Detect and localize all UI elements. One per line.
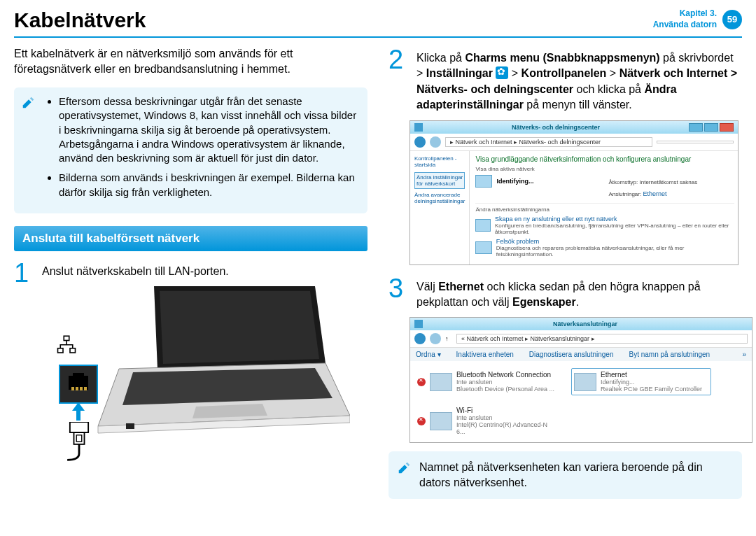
adapter-bluetooth[interactable]: Bluetooth Network ConnectionInte anslute… [417, 368, 557, 395]
back-button[interactable] [414, 136, 426, 148]
adapter-icon [574, 373, 596, 391]
svg-rect-14 [80, 387, 83, 390]
svg-marker-16 [72, 402, 85, 421]
note-icon [397, 460, 412, 475]
breadcrumb[interactable]: ▸ Nätverk och Internet ▸ Nätverks- och d… [445, 137, 652, 147]
svg-rect-2 [70, 348, 76, 353]
adapter-icon [430, 373, 452, 391]
sidebar-link-sharing[interactable]: Ändra avancerade delningsinställningar [414, 192, 465, 204]
note-box: Eftersom dessa beskrivningar utgår från … [14, 87, 368, 213]
back-button[interactable] [414, 333, 426, 344]
step-text: Klicka på Charms menu (Snabbknappsmenyn)… [416, 46, 742, 113]
chapter-sub: Använda datorn [653, 20, 717, 31]
step-number: 3 [388, 275, 410, 302]
laptop-image [91, 286, 350, 447]
search-input[interactable] [657, 141, 734, 143]
sidebar-link-adapters[interactable]: Ändra inställningar för nätverkskort [414, 172, 465, 189]
note-bullet: Bilderna som används i beskrivningen är … [59, 171, 358, 199]
toolbar-rename[interactable]: Byt namn på anslutningen [629, 351, 710, 358]
toolbar-diagnose[interactable]: Diagnostisera anslutningen [529, 351, 614, 358]
page-number-badge: 59 [722, 10, 742, 29]
forward-button[interactable] [430, 136, 441, 148]
gear-icon [496, 66, 508, 79]
svg-marker-4 [160, 291, 319, 364]
window-icon [414, 320, 423, 328]
note-box-small: Namnet på nätverksenheten kan variera be… [388, 451, 742, 498]
network-icon [475, 175, 492, 188]
adapter-ethernet[interactable]: EthernetIdentifying...Realtek PCIe GBE F… [571, 368, 711, 395]
page-header: Kabelnätverk Kapitel 3. Använda datorn 5… [14, 8, 742, 38]
step-text: Välj Ethernet och klicka sedan på den hö… [416, 275, 742, 311]
chapter-label: Kapitel 3. [653, 8, 717, 20]
svg-rect-15 [84, 387, 87, 390]
adapter-wifi[interactable]: Wi-FiInte anslutenIntel(R) Centrino(R) A… [417, 407, 557, 435]
status-x-icon [417, 378, 426, 386]
note-icon [21, 94, 36, 110]
setup-connection-icon [475, 219, 491, 232]
troubleshoot-icon [475, 241, 491, 254]
maximize-button[interactable] [704, 123, 718, 132]
window-icon [414, 123, 423, 132]
svg-rect-0 [64, 336, 69, 340]
window-title: Nätverksanslutningar [423, 320, 748, 327]
close-button[interactable] [720, 123, 734, 132]
breadcrumb[interactable]: « Nätverk och Internet ▸ Nätverksanslutn… [456, 334, 748, 344]
svg-rect-9 [126, 423, 134, 429]
screenshot-network-connections: Nätverksanslutningar ↑ « Nätverk och Int… [410, 317, 752, 443]
svg-rect-11 [73, 373, 84, 377]
chapter-box: Kapitel 3. Använda datorn 59 [653, 8, 742, 30]
page-title: Kabelnätverk [14, 8, 146, 32]
toolbar-disable[interactable]: Inaktivera enheten [456, 351, 514, 358]
laptop-illustration [14, 272, 368, 468]
svg-rect-13 [76, 387, 78, 390]
lan-icon [56, 335, 77, 356]
svg-rect-1 [58, 348, 64, 353]
toolbar-organize[interactable]: Ordna ▾ [416, 351, 441, 358]
adapter-icon [430, 412, 452, 430]
lan-connector-closeup [59, 365, 98, 404]
arrow-up-icon [72, 402, 85, 421]
intro-text: Ett kabelnätverk är en nätverksmiljö som… [14, 46, 368, 76]
status-x-icon [417, 417, 426, 425]
panel-heading: Visa grundläggande nätverksinformation o… [475, 155, 734, 163]
svg-rect-12 [71, 387, 74, 390]
note-bullet: Eftersom dessa beskrivningar utgår från … [59, 94, 358, 165]
window-title: Nätverks- och delningscenter [423, 124, 689, 131]
svg-rect-19 [76, 435, 82, 442]
forward-button[interactable] [430, 333, 441, 344]
toolbar-more[interactable]: » [742, 351, 746, 358]
step-number: 2 [388, 46, 410, 73]
svg-rect-17 [70, 422, 88, 432]
cable-plug-icon [66, 422, 92, 464]
minimize-button[interactable] [689, 123, 703, 132]
svg-rect-18 [74, 432, 85, 444]
section-heading: Ansluta till kabelförsett nätverk [14, 226, 368, 251]
screenshot-network-center: Nätverks- och delningscenter ▸ Nätverk o… [410, 120, 738, 265]
sidebar-home[interactable]: Kontrollpanelen - startsida [414, 155, 465, 168]
